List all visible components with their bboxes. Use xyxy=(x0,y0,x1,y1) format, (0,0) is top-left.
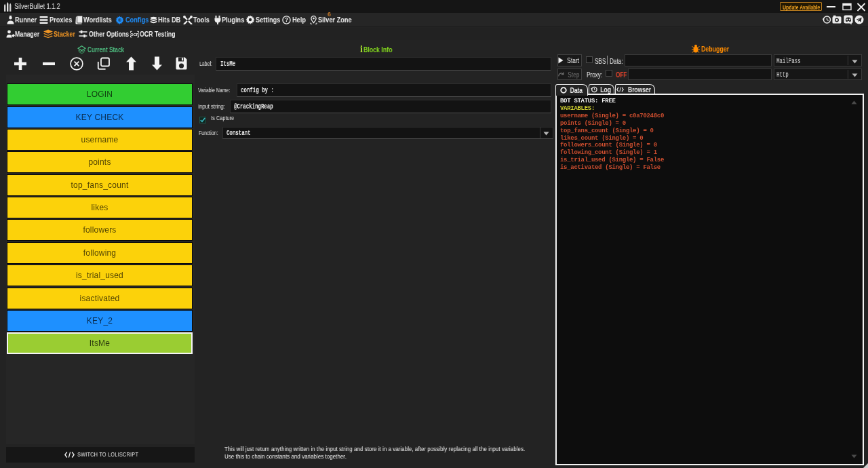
svg-text:?: ? xyxy=(285,16,288,23)
svg-text:OCR: OCR xyxy=(130,33,139,37)
